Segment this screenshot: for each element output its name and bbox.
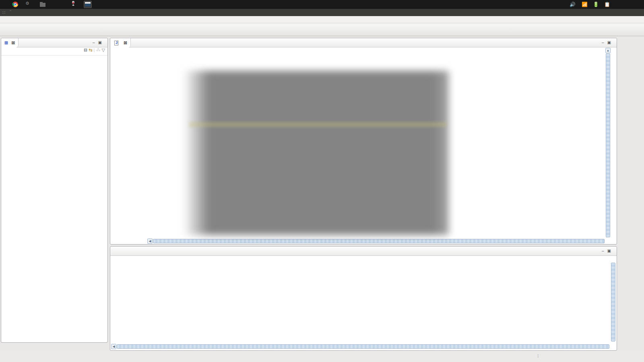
window-menu-icon[interactable]: ∷ — [2, 10, 5, 15]
network-icon[interactable]: 📶 — [582, 2, 588, 7]
console-panel: –▣ ◀ — [110, 246, 617, 351]
console-minmax-controls[interactable]: –▣ — [602, 249, 614, 253]
editor-hscrollbar[interactable] — [153, 239, 605, 243]
panel-minmax-controls[interactable]: –▣ — [93, 40, 105, 45]
gimp-icon[interactable]: ⚙ — [23, 1, 31, 8]
terminal-icon[interactable] — [84, 1, 92, 8]
console-vscrollbar[interactable] — [611, 263, 615, 341]
focus-icon[interactable]: ⁂ — [96, 47, 100, 52]
window-titlebar[interactable]: ∷ ‾ — [0, 9, 644, 16]
collapse-all-icon[interactable]: ⊟ — [84, 47, 87, 52]
scroll-left-arrow[interactable]: ◀ — [147, 239, 153, 244]
editor-tabbar: ⊠ –▣ — [110, 38, 617, 47]
battery-icon[interactable]: 🔋 — [593, 2, 599, 7]
editor-vscrollbar[interactable] — [606, 53, 610, 237]
java-file-icon — [114, 41, 118, 45]
close-icon[interactable]: ⊠ — [124, 40, 127, 45]
console-hscrollbar[interactable] — [117, 344, 609, 349]
package-explorer-tabbar: ⊞ ⊠ –▣ — [1, 38, 107, 47]
view-menu-icon[interactable]: ▽ — [102, 47, 105, 52]
highlight-line-glow — [189, 122, 447, 127]
chrome-icon[interactable] — [11, 1, 19, 8]
menubar — [0, 16, 644, 23]
files-icon[interactable] — [39, 1, 47, 8]
link-editor-icon[interactable]: ⇆ — [89, 47, 92, 52]
editor-minmax-controls[interactable]: –▣ — [602, 40, 614, 45]
statusbar-handle: ⁞ — [537, 354, 539, 358]
transparent-stage-overlay — [183, 71, 449, 235]
close-icon[interactable]: ⊠ — [11, 40, 15, 45]
package-explorer-icon: ⊞ — [4, 40, 8, 45]
package-explorer-panel: ⊞ ⊠ –▣ ⊟ ⇆ | ⁂ ▽ — [1, 38, 108, 343]
scroll-up-arrow[interactable]: ▲ — [605, 48, 611, 53]
statusbar: ⁞ — [0, 351, 644, 362]
console-scroll-left-arrow[interactable]: ◀ — [111, 344, 116, 349]
clipboard-icon[interactable]: 📋 — [604, 2, 610, 7]
wine-icon[interactable]: 🍷 — [69, 1, 77, 8]
main-toolbar: 🗖 — [0, 23, 644, 36]
volume-icon[interactable]: 🔊 — [570, 2, 576, 7]
project-tree — [1, 56, 107, 57]
console-tabbar — [110, 247, 617, 256]
shade-icon[interactable]: ‾ — [10, 10, 11, 15]
tab-package-explorer[interactable]: ⊞ ⊠ — [1, 38, 19, 47]
tab-app-java[interactable]: ⊠ — [110, 38, 131, 47]
desktop-taskbar: ⚙ 🍷 🔊 📶 🔋 📋 — [0, 0, 644, 9]
package-explorer-toolbar: ⊟ ⇆ | ⁂ ▽ — [1, 47, 107, 56]
